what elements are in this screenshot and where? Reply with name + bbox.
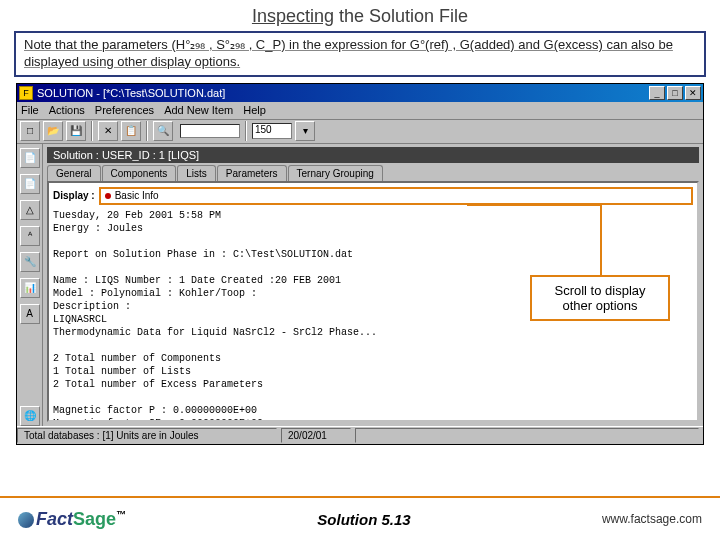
- side-a-icon[interactable]: A: [20, 304, 40, 324]
- line: Energy : Joules: [53, 222, 693, 235]
- solution-banner: Solution : USER_ID : 1 [LIQS]: [47, 147, 699, 163]
- side-doc1-icon[interactable]: 📄: [20, 148, 40, 168]
- line: Magnetic factor P : 0.00000000E+00: [53, 404, 693, 417]
- progress-bar: [180, 124, 240, 138]
- maximize-button[interactable]: □: [667, 86, 683, 100]
- menu-preferences[interactable]: Preferences: [95, 104, 154, 116]
- footer-center: Solution 5.13: [317, 511, 410, 528]
- copy-icon[interactable]: 📋: [121, 121, 141, 141]
- tab-components[interactable]: Components: [102, 165, 177, 181]
- menu-file[interactable]: File: [21, 104, 39, 116]
- zoom-field[interactable]: 150: [252, 123, 292, 139]
- sidebar: 📄 📄 △ ᴬ 🔧 📊 A 🌐: [17, 144, 43, 426]
- side-triangle-icon[interactable]: △: [20, 200, 40, 220]
- window-title: SOLUTION - [*C:\Test\SOLUTION.dat]: [37, 87, 225, 99]
- line: [53, 261, 693, 274]
- zoom-dropdown-icon[interactable]: ▾: [295, 121, 315, 141]
- statusbar: Total databases : [1] Units are in Joule…: [17, 426, 703, 444]
- bullet-icon: [105, 193, 111, 199]
- menu-help[interactable]: Help: [243, 104, 266, 116]
- tab-row: General Components Lists Parameters Tern…: [43, 165, 703, 181]
- line: [53, 235, 693, 248]
- side-globe-icon[interactable]: 🌐: [20, 406, 40, 426]
- app-icon: F: [19, 86, 33, 100]
- toolbar: □ 📂 💾 ✕ 📋 🔍 150 ▾: [17, 120, 703, 144]
- minimize-button[interactable]: _: [649, 86, 665, 100]
- tab-ternary[interactable]: Ternary Grouping: [288, 165, 383, 181]
- find-icon[interactable]: 🔍: [153, 121, 173, 141]
- line: Magnetic factor SF : 0.00000000E+00: [53, 417, 693, 422]
- save-icon[interactable]: 💾: [66, 121, 86, 141]
- status-left: Total databases : [1] Units are in Joule…: [17, 428, 277, 443]
- delete-icon[interactable]: ✕: [98, 121, 118, 141]
- globe-icon: [18, 512, 34, 528]
- callout-box: Scroll to display other options: [530, 275, 670, 321]
- menu-add-new-item[interactable]: Add New Item: [164, 104, 233, 116]
- line: 1 Total number of Lists: [53, 365, 693, 378]
- open-icon[interactable]: 📂: [43, 121, 63, 141]
- line: Report on Solution Phase in : C:\Test\SO…: [53, 248, 693, 261]
- line: Thermodynamic Data for Liquid NaSrCl2 - …: [53, 326, 693, 339]
- side-tool-icon[interactable]: 🔧: [20, 252, 40, 272]
- line: [53, 391, 693, 404]
- footer: FactSage™ Solution 5.13 www.factsage.com: [0, 496, 720, 540]
- menubar: File Actions Preferences Add New Item He…: [17, 102, 703, 120]
- callout-connector-v: [600, 204, 602, 278]
- status-date: 20/02/01: [281, 428, 351, 443]
- close-button[interactable]: ✕: [685, 86, 701, 100]
- display-value: Basic Info: [115, 189, 159, 202]
- tab-general[interactable]: General: [47, 165, 101, 181]
- line: 2 Total number of Components: [53, 352, 693, 365]
- titlebar: F SOLUTION - [*C:\Test\SOLUTION.dat] _ □…: [17, 84, 703, 102]
- menu-actions[interactable]: Actions: [49, 104, 85, 116]
- tab-parameters[interactable]: Parameters: [217, 165, 287, 181]
- slide-title: Inspecting the Solution File: [0, 0, 720, 31]
- tab-lists[interactable]: Lists: [177, 165, 216, 181]
- line: [53, 339, 693, 352]
- footer-url: www.factsage.com: [602, 512, 702, 526]
- display-dropdown[interactable]: Basic Info: [99, 187, 693, 205]
- callout-connector: [467, 204, 602, 206]
- side-letter-icon[interactable]: ᴬ: [20, 226, 40, 246]
- line: Tuesday, 20 Feb 2001 5:58 PM: [53, 209, 693, 222]
- display-label: Display :: [53, 189, 95, 202]
- side-doc2-icon[interactable]: 📄: [20, 174, 40, 194]
- note-box: Note that the parameters (H°₂₉₈ , S°₂₉₈ …: [14, 31, 706, 77]
- status-spacer: [355, 428, 699, 443]
- side-chart-icon[interactable]: 📊: [20, 278, 40, 298]
- new-icon[interactable]: □: [20, 121, 40, 141]
- line: 2 Total number of Excess Parameters: [53, 378, 693, 391]
- logo: FactSage™: [18, 509, 126, 530]
